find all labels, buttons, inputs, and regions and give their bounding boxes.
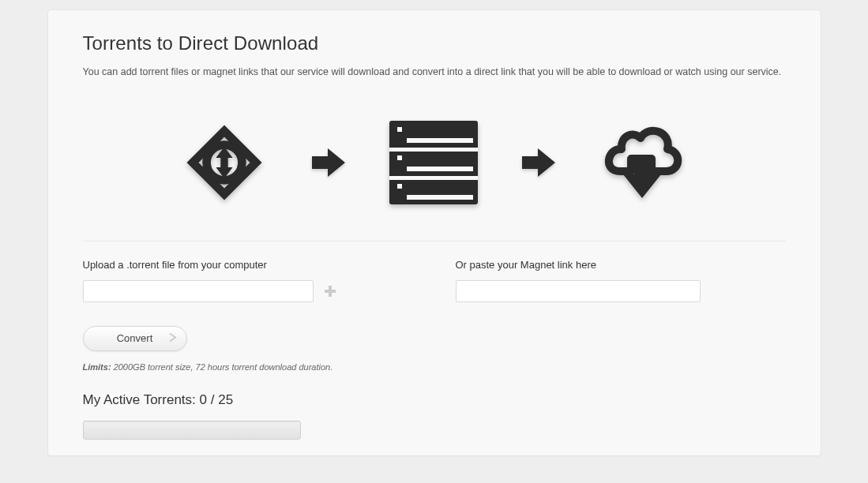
intro-text: You can add torrent files or magnet link… [83,66,786,80]
torrent-upload-column: Upload a .torrent file from your compute… [83,259,337,302]
svg-rect-2 [389,121,478,204]
torrent-file-input[interactable] [83,280,314,302]
svg-rect-12 [325,290,336,293]
torrent-upload-label: Upload a .torrent file from your compute… [83,259,337,271]
page-title: Torrents to Direct Download [83,32,786,54]
limits-detail: 2000GB torrent size, 72 hours torrent do… [114,362,333,372]
svg-rect-3 [397,127,402,132]
svg-rect-9 [397,184,402,189]
magnet-column: Or paste your Magnet link here [456,259,701,302]
svg-rect-4 [407,138,473,143]
input-columns: Upload a .torrent file from your compute… [83,259,786,302]
add-file-button[interactable] [323,284,337,298]
convert-button[interactable]: Convert [83,326,187,351]
limits-label: Limits: [83,362,111,372]
convert-button-label: Convert [117,332,153,344]
cloud-download-icon [596,119,691,206]
process-diagram [83,94,786,242]
magnet-link-input[interactable] [456,280,701,302]
arrow-right-icon [520,147,557,178]
svg-rect-7 [407,167,473,171]
torrent-icon [178,116,271,209]
active-torrents-heading: My Active Torrents: 0 / 25 [83,392,786,408]
server-icon [386,119,481,206]
main-card: Torrents to Direct Download You can add … [47,9,821,456]
svg-rect-5 [389,148,478,152]
chevron-right-icon [169,332,177,344]
active-torrents-progress [83,421,301,440]
svg-rect-6 [397,155,402,160]
svg-rect-10 [407,195,473,200]
svg-rect-8 [389,176,478,180]
arrow-right-icon [310,147,347,178]
magnet-link-label: Or paste your Magnet link here [456,259,701,271]
plus-icon [325,286,336,297]
limits-text: Limits: 2000GB torrent size, 72 hours to… [83,362,786,372]
